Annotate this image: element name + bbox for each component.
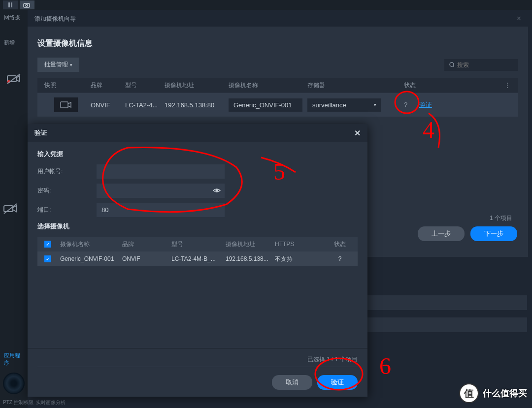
port-input[interactable]: [97, 203, 225, 217]
verify-link[interactable]: 验证: [419, 101, 432, 108]
close-icon[interactable]: ×: [517, 14, 521, 23]
verify-header: 验证 ✕: [28, 124, 367, 142]
network-camera-label: 网络摄: [0, 10, 28, 25]
vrow-status: ?: [322, 255, 358, 262]
eye-icon[interactable]: [213, 187, 221, 196]
lens-icon: [3, 373, 25, 394]
svg-point-12: [216, 189, 218, 192]
camera-icon: [60, 101, 72, 109]
verify-modal: 验证 ✕ 输入凭据 用户帐号: 密码: 端口: 选择摄像机 ✓ 摄像机名称 品牌: [28, 124, 367, 397]
camera-off-icon: [0, 70, 28, 88]
verify-table-row[interactable]: ✓ Generic_ONVIF-001 ONVIF LC-TA2-4M-B_..…: [37, 251, 358, 266]
vrow-addr: 192.168.5.138...: [226, 255, 275, 262]
svg-rect-11: [61, 102, 68, 108]
svg-point-3: [26, 4, 28, 6]
verify-title: 验证: [34, 128, 47, 137]
vrow-https: 不支持: [275, 255, 322, 263]
left-sidebar: 网络摄 新增 应用程序 PTZ 控制权限 实时画像分析: [0, 10, 28, 408]
credentials-section-title: 输入凭据: [37, 150, 358, 158]
top-toolbar: [0, 0, 532, 10]
select-camera-section-title: 选择摄像机: [37, 222, 358, 231]
status-unknown-icon: ?: [404, 101, 407, 108]
close-icon[interactable]: ✕: [354, 128, 361, 138]
vrow-model: LC-TA2-4M-B_...: [171, 255, 226, 262]
wizard-footer: 上一步 下一步: [418, 226, 517, 241]
selected-count: 已选择 1 / 1 个项目: [37, 355, 358, 367]
brand-cell: ONVIF: [91, 101, 125, 109]
address-cell: 192.168.5.138:80: [165, 101, 229, 109]
next-button[interactable]: 下一步: [470, 226, 517, 241]
vrow-name: Generic_ONVIF-001: [58, 255, 122, 262]
storage-select[interactable]: surveillance▾: [307, 98, 381, 112]
camera-table-header: 快照 品牌 型号 摄像机地址 摄像机名称 存储器 状态 ⋮: [37, 78, 518, 93]
password-label: 密码:: [37, 187, 97, 195]
search-box[interactable]: [444, 59, 518, 71]
item-count: 1 个项目: [490, 214, 512, 222]
search-input[interactable]: [457, 62, 513, 68]
pause-icon[interactable]: [3, 0, 18, 9]
wizard-header: 添加摄像机向导 ×: [28, 11, 528, 27]
batch-manage-button[interactable]: 批量管理▾: [37, 58, 79, 72]
chevron-down-icon: ▾: [70, 63, 72, 67]
svg-point-9: [450, 63, 454, 66]
column-menu-icon[interactable]: ⋮: [504, 82, 514, 89]
watermark-text: 什么值得买: [483, 387, 527, 399]
camera-table-row[interactable]: ONVIF LC-TA2-4... 192.168.5.138:80 surve…: [37, 93, 518, 117]
add-label[interactable]: 新增: [0, 35, 28, 50]
wizard-title: 设置摄像机信息: [28, 27, 528, 58]
watermark-badge-icon: 值: [459, 383, 479, 403]
previous-button[interactable]: 上一步: [418, 226, 465, 241]
svg-rect-2: [24, 3, 30, 7]
username-input[interactable]: [97, 164, 225, 179]
camera-off-icon-2: [3, 203, 18, 216]
vrow-brand: ONVIF: [122, 255, 171, 262]
wizard-header-title: 添加摄像机向导: [34, 15, 76, 23]
ptz-label: PTZ 控制权限 实时画像分析: [0, 397, 28, 408]
verify-table-header: ✓ 摄像机名称 品牌 型号 摄像机地址 HTTPS 状态: [37, 237, 358, 251]
cancel-button[interactable]: 取消: [272, 375, 312, 390]
username-label: 用户帐号:: [37, 167, 97, 176]
search-icon: [449, 62, 454, 68]
select-all-checkbox[interactable]: ✓: [44, 241, 51, 248]
svg-rect-1: [11, 2, 12, 7]
password-input[interactable]: [97, 184, 225, 198]
chevron-down-icon: ▾: [374, 102, 376, 107]
app-link[interactable]: 应用程序: [0, 349, 28, 370]
svg-text:6: 6: [379, 353, 391, 379]
camera-name-input[interactable]: [229, 98, 302, 112]
svg-rect-0: [8, 2, 10, 7]
camera-tab-icon[interactable]: [20, 0, 34, 9]
port-label: 端口:: [37, 206, 97, 214]
model-cell: LC-TA2-4...: [125, 101, 165, 109]
row-checkbox[interactable]: ✓: [44, 255, 51, 262]
watermark: 值 什么值得买: [459, 383, 527, 403]
snapshot-thumbnail: [54, 97, 78, 112]
verify-button[interactable]: 验证: [317, 375, 358, 390]
svg-line-10: [453, 66, 454, 67]
